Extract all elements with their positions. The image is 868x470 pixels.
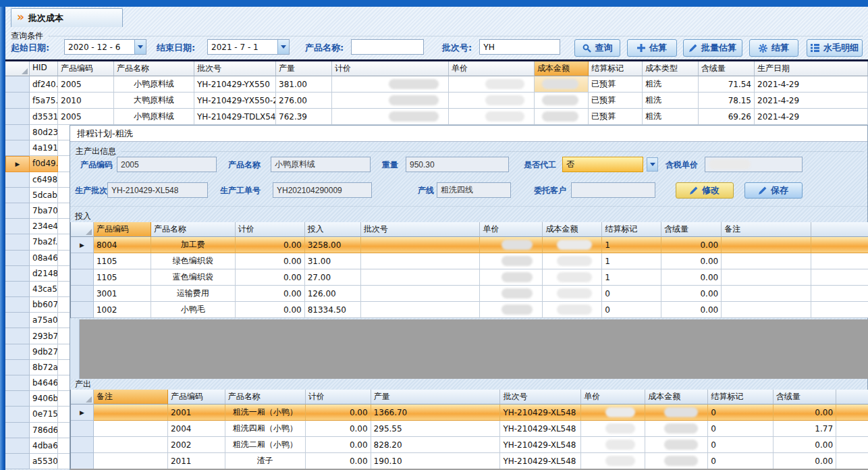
row-selector[interactable] bbox=[5, 328, 30, 344]
column-header[interactable]: 计价 bbox=[306, 390, 371, 404]
is-outsourced-dropdown-button[interactable] bbox=[647, 157, 658, 172]
table-row[interactable]: 1105绿色编织袋0.0031.0010.00 bbox=[71, 253, 868, 269]
hid-row[interactable]: 7ba2f.. bbox=[5, 234, 70, 250]
row-selector[interactable]: ▶ bbox=[71, 404, 94, 421]
row-selector[interactable] bbox=[5, 375, 30, 391]
row-selector[interactable] bbox=[71, 421, 94, 437]
row-selector[interactable] bbox=[71, 286, 94, 302]
table-row[interactable]: 1105蓝色编织袋0.0027.0010.00 bbox=[71, 269, 868, 286]
column-header[interactable]: 投入 bbox=[305, 222, 361, 237]
column-header[interactable]: 产品名称 bbox=[114, 61, 194, 76]
column-header[interactable]: 批次号 bbox=[194, 61, 276, 76]
row-selector[interactable] bbox=[5, 93, 30, 109]
column-header[interactable]: 生产日期 bbox=[755, 61, 868, 76]
row-selector[interactable] bbox=[5, 251, 30, 266]
settle-button[interactable]: 结算 bbox=[749, 39, 798, 57]
row-selector[interactable] bbox=[5, 125, 30, 140]
product-code-field[interactable] bbox=[117, 157, 217, 172]
hid-row[interactable]: a5530.. bbox=[5, 454, 70, 469]
hid-row[interactable]: ▶f0d49.. bbox=[5, 156, 70, 172]
column-header[interactable]: 备注 bbox=[722, 222, 811, 237]
table-row[interactable]: df240...2005小鸭原料绒YH-210429-YX550381.00已预… bbox=[5, 76, 868, 93]
select-all-header[interactable] bbox=[71, 222, 94, 237]
row-selector[interactable] bbox=[5, 282, 30, 297]
column-header[interactable]: 结算标记 bbox=[602, 222, 661, 237]
hid-row[interactable]: bb607.. bbox=[5, 297, 70, 313]
column-header[interactable]: 计价 bbox=[236, 222, 305, 237]
row-selector[interactable] bbox=[5, 438, 30, 454]
column-header[interactable]: 含绒量 bbox=[774, 390, 836, 404]
row-selector[interactable] bbox=[5, 313, 30, 328]
hid-row[interactable]: d2148.. bbox=[5, 266, 70, 282]
column-header[interactable]: HID bbox=[30, 61, 58, 76]
column-header[interactable]: 批次号 bbox=[361, 222, 481, 237]
row-selector[interactable] bbox=[71, 253, 94, 269]
batch-no-input[interactable] bbox=[479, 39, 560, 55]
column-header[interactable]: 产量 bbox=[276, 61, 332, 76]
hid-row[interactable]: 4a191.. bbox=[5, 140, 70, 156]
prod-batch-field[interactable] bbox=[107, 182, 208, 198]
column-header[interactable]: 产品编码 bbox=[168, 390, 225, 404]
column-header[interactable]: 单价 bbox=[449, 61, 535, 76]
end-date-dropdown-button[interactable] bbox=[277, 40, 289, 54]
hid-row[interactable]: b4646.. bbox=[5, 375, 70, 391]
row-selector[interactable] bbox=[71, 437, 94, 453]
hid-row[interactable]: 293b7.. bbox=[5, 328, 70, 344]
row-selector[interactable] bbox=[5, 391, 30, 407]
row-selector[interactable] bbox=[5, 172, 30, 188]
estimate-button[interactable]: 估算 bbox=[627, 39, 677, 57]
column-header[interactable]: 成本金额 bbox=[645, 390, 708, 404]
hid-row[interactable]: 5dcab.. bbox=[5, 188, 70, 203]
select-all-header[interactable] bbox=[71, 390, 94, 404]
start-date-dropdown-button[interactable] bbox=[134, 40, 146, 54]
column-header[interactable]: 产品名称 bbox=[225, 390, 306, 404]
table-row[interactable]: 2011渣子0.00190.10YH-210429-XL54800.00 bbox=[71, 453, 868, 469]
select-all-header[interactable] bbox=[5, 61, 30, 76]
product-name-input[interactable] bbox=[351, 39, 424, 55]
column-header[interactable]: 产品名称 bbox=[151, 222, 236, 237]
column-header[interactable]: 产量 bbox=[371, 390, 501, 404]
row-selector[interactable] bbox=[5, 266, 30, 282]
work-order-field[interactable] bbox=[273, 182, 372, 198]
row-selector[interactable] bbox=[5, 76, 30, 93]
column-header[interactable]: 备注 bbox=[94, 390, 168, 404]
row-selector[interactable] bbox=[5, 360, 30, 375]
row-selector[interactable] bbox=[5, 344, 30, 360]
table-row[interactable]: ▶2001粗洗一厢（小鸭）0.001366.70YH-210429-XL5480… bbox=[71, 404, 868, 421]
table-row[interactable]: 2002粗洗二厢（小鸭）0.00828.20YH-210429-XL54800.… bbox=[71, 437, 868, 453]
row-selector[interactable] bbox=[5, 297, 30, 313]
row-selector[interactable] bbox=[5, 188, 30, 203]
start-date-combo[interactable]: 2020 - 12 - 6 bbox=[64, 39, 146, 55]
row-selector[interactable] bbox=[5, 219, 30, 234]
batch-estimate-button[interactable]: 批量估算 bbox=[683, 39, 742, 57]
is-outsourced-combo[interactable]: 否 bbox=[562, 157, 643, 172]
column-header[interactable]: 单价 bbox=[480, 222, 543, 237]
hid-row[interactable]: 8b72a.. bbox=[5, 360, 70, 375]
hid-row[interactable]: 9db27.. bbox=[5, 344, 70, 360]
hid-row[interactable]: 80d23.. bbox=[5, 125, 70, 140]
save-button[interactable]: 保存 bbox=[744, 182, 803, 199]
weight-field[interactable] bbox=[406, 157, 509, 172]
hid-row[interactable]: 234e4.. bbox=[5, 219, 70, 234]
hid-row[interactable]: 9406b.. bbox=[5, 391, 70, 407]
column-header[interactable]: 成本金额 bbox=[543, 222, 602, 237]
hid-row[interactable]: 4dba6.. bbox=[5, 438, 70, 454]
row-selector[interactable] bbox=[5, 109, 30, 125]
row-selector[interactable] bbox=[5, 140, 30, 156]
end-date-combo[interactable]: 2021 - 7 - 1 bbox=[207, 39, 290, 55]
row-selector[interactable]: ▶ bbox=[5, 156, 30, 172]
table-row[interactable]: f5a75...2010大鸭原料绒YH-210429-YX550-2276.00… bbox=[5, 93, 868, 109]
modify-button[interactable]: 修改 bbox=[676, 182, 734, 199]
product-name-field[interactable] bbox=[271, 157, 371, 172]
table-row[interactable]: 3001运输费用0.00126.0000.00 bbox=[71, 286, 868, 302]
column-header[interactable]: 产品编码 bbox=[94, 222, 151, 237]
taxed-price-field[interactable] bbox=[705, 157, 803, 172]
hid-row[interactable]: c6498.. bbox=[5, 172, 70, 188]
hid-row[interactable]: 786d6.. bbox=[5, 423, 70, 438]
hid-row[interactable]: a75a0.. bbox=[5, 313, 70, 328]
row-selector[interactable] bbox=[5, 203, 30, 219]
tab-batch-cost[interactable]: » 批次成本 bbox=[11, 8, 123, 27]
row-selector[interactable]: ▶ bbox=[71, 237, 94, 253]
table-row[interactable]: 1002小鸭毛0.0081334.5000.00 bbox=[71, 302, 868, 318]
column-header[interactable]: 单价 bbox=[581, 390, 645, 404]
